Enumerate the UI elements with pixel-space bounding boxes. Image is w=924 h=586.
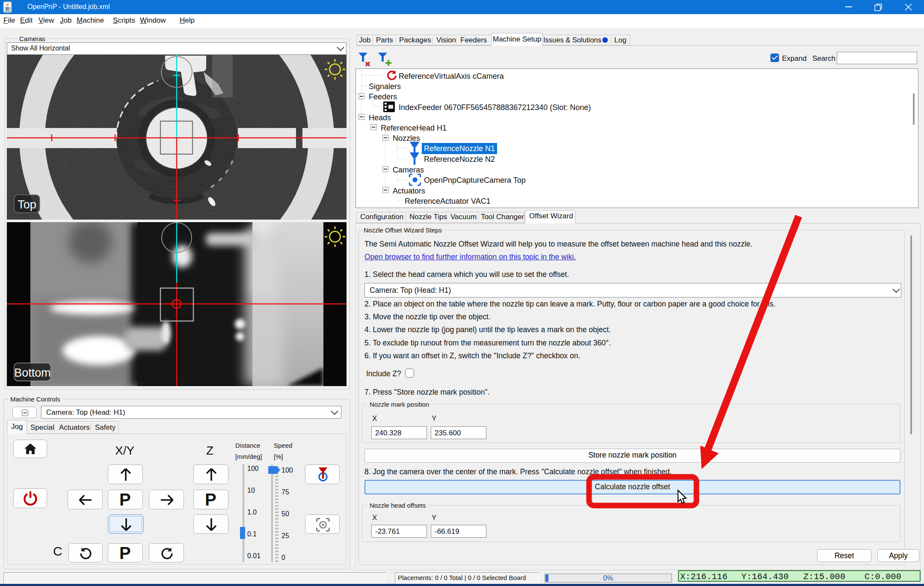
svg-text:Bottom: Bottom — [14, 366, 51, 379]
svg-text:Top: Top — [18, 198, 36, 211]
